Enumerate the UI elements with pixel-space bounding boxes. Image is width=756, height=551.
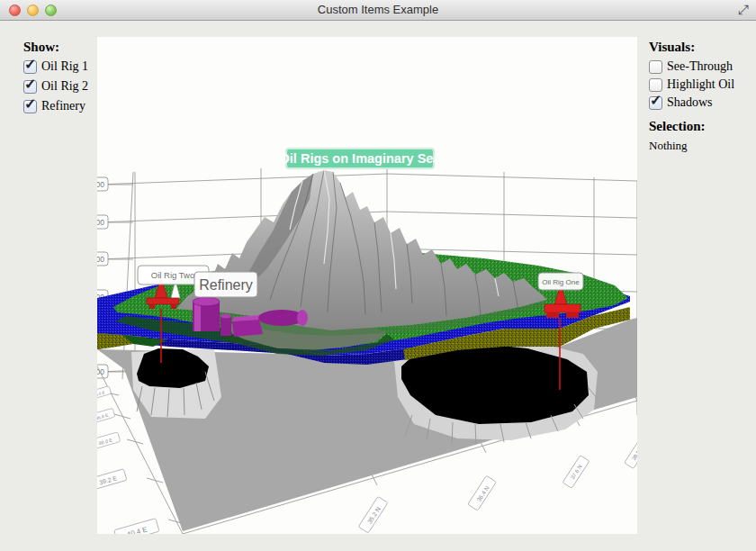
mountain[interactable] bbox=[176, 170, 547, 336]
label-oil-rig-one[interactable]: Oil Rig One bbox=[538, 273, 583, 290]
plot-title-text: Oil Rigs on Imaginary Sea bbox=[280, 151, 442, 166]
visuals-panel: Visuals: See-Through Highlight Oil Shado… bbox=[649, 40, 752, 153]
title-bar[interactable]: Custom Items Example ⤢ bbox=[0, 0, 756, 21]
fullscreen-icon[interactable]: ⤢ bbox=[738, 2, 749, 18]
y-tick-label: 1.00 bbox=[97, 255, 104, 264]
checkbox-label: Oil Rig 1 bbox=[41, 59, 88, 74]
checkbox-box[interactable] bbox=[649, 78, 662, 92]
surface-plot-3d[interactable]: 00 .00 1.00 .00 0.00 .00 35.6 E 36.8 E 3… bbox=[97, 37, 637, 534]
y-tick-label: 00 bbox=[97, 180, 104, 189]
window-title: Custom Items Example bbox=[0, 3, 756, 16]
selection-value: Nothing bbox=[649, 139, 752, 153]
checkbox-label: Shadows bbox=[667, 95, 713, 110]
checkbox-box[interactable] bbox=[23, 60, 37, 74]
checkbox-box[interactable] bbox=[649, 60, 662, 74]
show-panel: Show: Oil Rig 1 Oil Rig 2 Refinery bbox=[23, 40, 95, 119]
checkbox-refinery[interactable]: Refinery bbox=[23, 99, 95, 113]
checkbox-label: Highlight Oil bbox=[667, 77, 734, 92]
surface-scene[interactable]: 00 .00 1.00 .00 0.00 .00 35.6 E 36.8 E 3… bbox=[97, 37, 637, 534]
selection-heading: Selection: bbox=[649, 119, 752, 134]
checkbox-box[interactable] bbox=[23, 100, 37, 113]
label-text: Oil Rig Two bbox=[151, 270, 194, 280]
label-refinery[interactable]: Refinery bbox=[194, 272, 257, 297]
checkbox-box[interactable] bbox=[23, 80, 37, 94]
visuals-heading: Visuals: bbox=[649, 40, 752, 55]
checkbox-oil-rig-1[interactable]: Oil Rig 1 bbox=[23, 59, 95, 74]
checkbox-label: Oil Rig 2 bbox=[41, 79, 88, 94]
show-heading: Show: bbox=[23, 40, 95, 55]
checkbox-oil-rig-2[interactable]: Oil Rig 2 bbox=[23, 79, 95, 94]
label-text: Refinery bbox=[199, 277, 253, 293]
y-tick-label: .00 bbox=[97, 218, 104, 227]
checkbox-label: See-Through bbox=[667, 59, 733, 74]
plot-title-badge: Oil Rigs on Imaginary Sea bbox=[280, 149, 442, 168]
label-text: Oil Rig One bbox=[542, 278, 580, 286]
checkbox-highlight-oil[interactable]: Highlight Oil bbox=[649, 77, 752, 92]
checkbox-label: Refinery bbox=[41, 99, 86, 113]
checkbox-box[interactable] bbox=[649, 96, 662, 110]
checkbox-shadows[interactable]: Shadows bbox=[649, 95, 752, 110]
checkbox-see-through[interactable]: See-Through bbox=[649, 59, 752, 74]
